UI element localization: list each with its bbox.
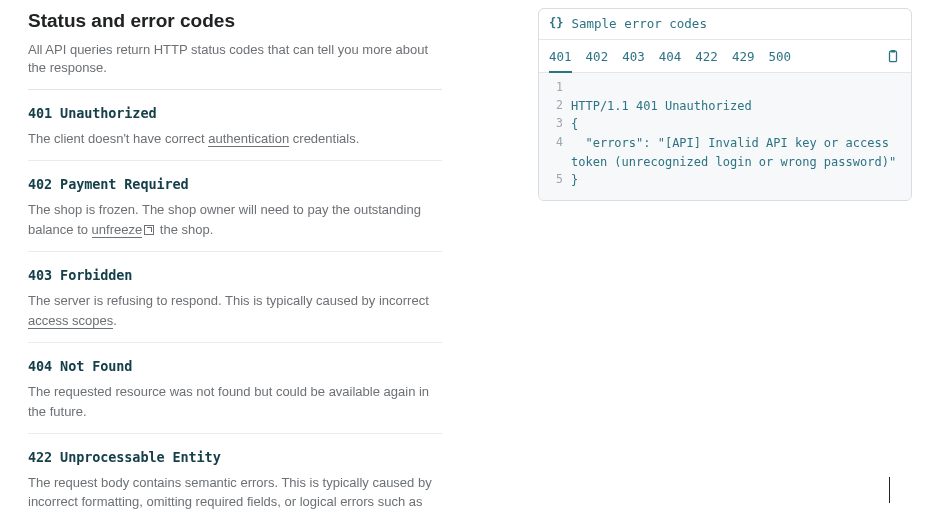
external-link-icon (144, 225, 154, 235)
copy-button[interactable] (883, 46, 903, 66)
svg-rect-0 (890, 51, 897, 62)
code-line: 3{ (539, 115, 911, 134)
content-column: Status and error codes All API queries r… (28, 8, 442, 517)
code-line: 4 "errors": "[API] Invalid API key or ac… (539, 134, 911, 171)
code-tabs-row: 401402403404422429500 (539, 40, 911, 74)
error-entry-403: 403 ForbiddenThe server is refusing to r… (28, 266, 442, 343)
text-cursor (889, 477, 891, 503)
error-heading: 422 Unprocessable Entity (28, 448, 442, 467)
inline-link[interactable]: unfreeze (92, 222, 143, 238)
svg-rect-1 (891, 50, 895, 53)
error-entry-401: 401 UnauthorizedThe client doesn't have … (28, 104, 442, 161)
code-text: { (563, 115, 578, 134)
code-panel-header: {} Sample error codes (539, 9, 911, 40)
error-entry-402: 402 Payment RequiredThe shop is frozen. … (28, 175, 442, 252)
code-tab-500[interactable]: 500 (768, 48, 791, 74)
code-tab-422[interactable]: 422 (695, 48, 718, 74)
code-tab-401[interactable]: 401 (549, 48, 572, 74)
error-heading: 404 Not Found (28, 357, 442, 376)
code-panel: {} Sample error codes 401402403404422429… (538, 8, 912, 201)
braces-icon: {} (549, 15, 563, 32)
page-title: Status and error codes (28, 8, 442, 35)
text: . (113, 313, 117, 328)
error-entry-404: 404 Not FoundThe requested resource was … (28, 357, 442, 434)
error-body: The requested resource was not found but… (28, 382, 442, 421)
inline-link[interactable]: access scopes (28, 313, 113, 329)
error-heading: 401 Unauthorized (28, 104, 442, 123)
line-number: 2 (549, 97, 563, 115)
code-text: HTTP/1.1 401 Unauthorized (563, 97, 752, 116)
error-body: The client doesn't have correct authenti… (28, 129, 442, 149)
text: The client doesn't have correct (28, 131, 208, 146)
inline-link[interactable]: authentication (208, 131, 289, 147)
code-line: 5} (539, 171, 911, 190)
code-line: 1 (539, 79, 911, 97)
divider (28, 89, 442, 90)
line-number: 3 (549, 115, 563, 133)
text: credentials. (289, 131, 359, 146)
text: the shop. (156, 222, 213, 237)
error-body: The server is refusing to respond. This … (28, 291, 442, 330)
code-panel-title: Sample error codes (571, 15, 706, 33)
page-intro: All API queries return HTTP status codes… (28, 41, 442, 77)
text: The shop is frozen. The shop owner will … (28, 202, 421, 237)
line-number: 5 (549, 171, 563, 189)
code-body: 12HTTP/1.1 401 Unauthorized3{4 "errors":… (539, 73, 911, 200)
text: The server is refusing to respond. This … (28, 293, 429, 308)
error-body: The shop is frozen. The shop owner will … (28, 200, 442, 239)
error-heading: 402 Payment Required (28, 175, 442, 194)
error-heading: 403 Forbidden (28, 266, 442, 285)
clipboard-icon (886, 49, 900, 63)
line-number: 1 (549, 79, 563, 97)
error-body: The request body contains semantic error… (28, 473, 442, 517)
code-line: 2HTTP/1.1 401 Unauthorized (539, 97, 911, 116)
error-entry-422: 422 Unprocessable EntityThe request body… (28, 448, 442, 517)
line-number: 4 (549, 134, 563, 152)
code-tab-429[interactable]: 429 (732, 48, 755, 74)
code-tab-402[interactable]: 402 (586, 48, 609, 74)
code-text: } (563, 171, 578, 190)
code-tab-404[interactable]: 404 (659, 48, 682, 74)
code-tab-403[interactable]: 403 (622, 48, 645, 74)
code-text: "errors": "[API] Invalid API key or acce… (563, 134, 901, 171)
